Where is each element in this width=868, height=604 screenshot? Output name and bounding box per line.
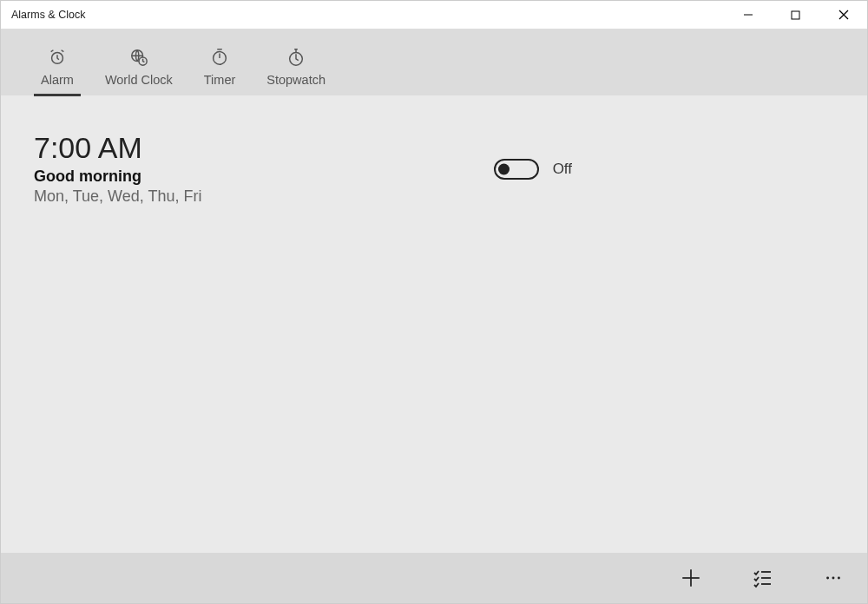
tab-label: Timer: [204, 73, 236, 87]
plus-icon: [680, 567, 702, 589]
tabbar: Alarm World Clock Timer Stopwatch: [1, 29, 867, 95]
tab-stopwatch[interactable]: Stopwatch: [251, 35, 341, 95]
checklist-icon: [752, 568, 773, 588]
maximize-icon: [791, 10, 800, 20]
ellipsis-icon: [824, 568, 843, 588]
stopwatch-icon: [286, 46, 306, 69]
tab-label: Stopwatch: [266, 73, 326, 87]
globe-clock-icon: [129, 46, 148, 69]
alarm-toggle[interactable]: [494, 159, 539, 180]
minimize-button[interactable]: [724, 1, 772, 29]
svg-rect-1: [792, 11, 799, 19]
tab-label: Alarm: [41, 73, 74, 87]
add-alarm-button[interactable]: [676, 563, 706, 593]
titlebar: Alarms & Clock: [1, 1, 867, 29]
content-area: 7:00 AM Good morning Mon, Tue, Wed, Thu,…: [1, 95, 867, 553]
alarm-item[interactable]: 7:00 AM Good morning Mon, Tue, Wed, Thu,…: [34, 132, 572, 206]
alarm-time: 7:00 AM: [34, 132, 201, 164]
alarm-name: Good morning: [34, 167, 201, 186]
svg-point-16: [838, 577, 840, 580]
toggle-label: Off: [553, 161, 572, 178]
alarm-toggle-wrap: Off: [494, 159, 572, 180]
command-bar: [1, 553, 867, 603]
tab-world-clock[interactable]: World Clock: [89, 35, 188, 95]
alarm-info: 7:00 AM Good morning Mon, Tue, Wed, Thu,…: [34, 132, 201, 206]
toggle-knob-icon: [498, 163, 510, 174]
svg-point-14: [826, 577, 829, 580]
maximize-button[interactable]: [772, 1, 819, 29]
tab-alarm[interactable]: Alarm: [25, 35, 89, 95]
alarm-clock-icon: [48, 46, 67, 69]
select-alarms-button[interactable]: [747, 563, 777, 593]
window-controls: [724, 1, 867, 29]
minimize-icon: [743, 10, 753, 20]
app-title: Alarms & Clock: [11, 9, 85, 21]
alarm-days: Mon, Tue, Wed, Thu, Fri: [34, 187, 201, 206]
tab-label: World Clock: [105, 73, 173, 87]
timer-icon: [210, 46, 229, 69]
close-button[interactable]: [819, 1, 867, 29]
tab-timer[interactable]: Timer: [188, 35, 252, 95]
close-icon: [838, 10, 849, 20]
svg-point-15: [832, 577, 835, 580]
more-button[interactable]: [819, 563, 848, 593]
